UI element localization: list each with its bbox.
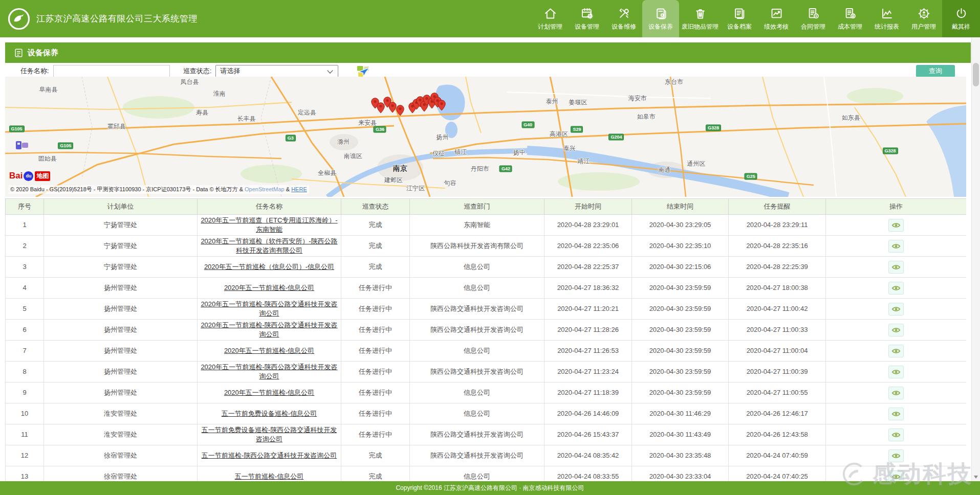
view-button[interactable]: [888, 345, 904, 357]
table-row: 12徐宿管理处五一节前巡检-陕西公路交通科技开发咨询公司完成陕西公路交通科技开发…: [6, 445, 967, 466]
nav-item-equipment-archive[interactable]: 设备档案: [721, 0, 758, 37]
eye-icon: [891, 243, 901, 250]
inspect-status: 完成: [341, 257, 410, 278]
status-select[interactable]: 请选择: [215, 65, 338, 78]
task-link[interactable]: 2020年五一节前巡检（软件西安所）-陕西公路科技开发咨询有限公司: [201, 237, 337, 254]
inspect-status: 任务进行中: [341, 320, 410, 341]
nav-item-equipment-management[interactable]: 设备管理: [569, 0, 605, 37]
task-name-input[interactable]: [53, 65, 170, 77]
inspect-dept: 东南智能: [410, 215, 545, 236]
nav-item-equipment-maintenance[interactable]: 设备保养: [642, 0, 679, 37]
map-place-label: 扬州: [436, 132, 448, 141]
view-button[interactable]: [888, 387, 904, 399]
baidu-logo-suffix: 地图: [35, 171, 50, 181]
here-link[interactable]: HERE: [291, 186, 307, 192]
nav-item-cost-management[interactable]: 成本管理: [832, 0, 868, 37]
map-place-label: 淮南: [213, 89, 226, 98]
view-button[interactable]: [888, 408, 904, 420]
road-badge: G25: [745, 173, 757, 180]
plan-unit: 扬州管理处: [44, 362, 198, 382]
nav-item-equipment-repair[interactable]: 设备维修: [605, 0, 642, 37]
row-actions: [826, 236, 967, 257]
plan-unit: 扬州管理处: [44, 299, 198, 320]
start-time: 2020-04-27 11:18:39: [545, 382, 632, 403]
scrollbar-thumb[interactable]: [973, 63, 979, 86]
table-row: 13徐宿管理处五一节前巡检-信息公司完成信息公司2020-04-24 08:33…: [6, 466, 967, 482]
view-button[interactable]: [888, 429, 904, 441]
task-link[interactable]: 2020年五一节前巡查（ETC专用道江苏海岭）-东南智能: [201, 216, 337, 233]
map-canvas: [5, 77, 966, 197]
chevron-down-icon: [328, 68, 333, 73]
task-link[interactable]: 2020年五一节前巡检-陕西公路交通科技开发咨询公司: [201, 321, 337, 338]
row-index: 2: [6, 236, 44, 257]
view-button[interactable]: [888, 261, 904, 274]
eye-icon: [891, 285, 901, 291]
view-button[interactable]: [888, 219, 904, 232]
task-link[interactable]: 2020年五一节前巡检-陕西公路交通科技开发咨询公司: [201, 300, 337, 317]
view-button[interactable]: [888, 324, 904, 336]
page: 江苏京沪高速公路有限公司三大系统管理 计划管理设备管理设备维修设备保养废旧物品管…: [0, 0, 980, 495]
map-pin-icon[interactable]: [388, 102, 397, 113]
task-name: 五一节前免费设备巡检-信息公司: [198, 403, 341, 424]
task-name: 2020年五一节前巡检-陕西公路交通科技开发咨询公司: [198, 362, 341, 382]
baidu-map[interactable]: 阜南县凤台县淮南寿县霍邱县固始县长丰县定远县来安县天长滁州南谯区全椒县南京建邺区…: [5, 77, 966, 197]
eye-icon: [891, 264, 901, 271]
task-name: 2020年五一节前巡检-信息公司: [198, 382, 341, 403]
inspect-dept: 陕西公路交通科技开发咨询公司: [410, 424, 545, 445]
task-link[interactable]: 五一节前免费设备巡检-信息公司: [222, 410, 317, 417]
nav-item-contract-management[interactable]: 合同管理: [795, 0, 832, 37]
task-link[interactable]: 五一节前巡检-陕西公路交通科技开发咨询公司: [202, 452, 337, 459]
inspect-dept: 陕西公路科技开发咨询有限公司: [410, 236, 545, 257]
nav-item-statistics-report[interactable]: 统计报表: [868, 0, 905, 37]
table-body: 1宁扬管理处2020年五一节前巡查（ETC专用道江苏海岭）-东南智能完成东南智能…: [6, 215, 967, 482]
query-button[interactable]: 查询: [916, 65, 955, 78]
end-time: 2020-04-30 23:35:48: [632, 445, 729, 466]
view-button[interactable]: [888, 240, 904, 253]
plan-unit: 淮安管理处: [44, 403, 198, 424]
vertical-scrollbar[interactable]: [971, 37, 980, 481]
task-link[interactable]: 五一节前巡检-信息公司: [235, 472, 303, 480]
map-place-label: 高港区: [550, 130, 568, 139]
view-button[interactable]: [888, 470, 904, 482]
view-button[interactable]: [888, 366, 904, 378]
map-place-label: 霍邱县: [107, 122, 126, 131]
task-link[interactable]: 2020年五一节前巡检-信息公司: [224, 284, 314, 291]
inspect-dept: 陕西公路交通科技开发咨询公司: [410, 320, 545, 341]
task-link[interactable]: 2020年五一节前巡检（信息公司）-信息公司: [204, 263, 334, 271]
nav-item-current-user[interactable]: 戴其祥: [942, 0, 980, 37]
map-pin-icon[interactable]: [396, 105, 404, 116]
baidu-logo[interactable]: Bai du 地图: [9, 171, 50, 181]
view-button[interactable]: [888, 449, 904, 462]
device-card-icon: [654, 7, 668, 20]
task-link[interactable]: 2020年五一节前巡检-信息公司: [224, 347, 314, 354]
nav-item-plan-management[interactable]: 计划管理: [532, 0, 569, 37]
task-link[interactable]: 五一节前免费设备巡检-陕西公路交通科技开发咨询公司: [202, 426, 337, 443]
row-actions: [826, 257, 967, 278]
view-button[interactable]: [888, 282, 904, 295]
row-actions: [826, 362, 967, 382]
map-place-label: 扬中: [513, 148, 526, 157]
task-remind: 2020-04-27 11:00:39: [729, 362, 826, 382]
row-actions: [826, 278, 967, 299]
scrollbar-down-arrow[interactable]: [972, 472, 980, 481]
task-link[interactable]: 2020年五一节前巡检-陕西公路交通科技开发咨询公司: [201, 363, 337, 380]
map-control-icon[interactable]: [15, 140, 29, 150]
line-chart-icon: [880, 7, 894, 20]
map-locate-icon[interactable]: [357, 64, 371, 78]
map-pin-icon[interactable]: [438, 100, 446, 111]
task-remind: 2020-04-27 11:00:42: [729, 299, 826, 320]
inspect-dept: 陕西公路交通科技开发咨询公司: [410, 362, 545, 382]
start-time: 2020-04-27 11:23:24: [545, 362, 632, 382]
nav-item-scrap-management[interactable]: 废旧物品管理: [679, 0, 721, 37]
task-link[interactable]: 2020年五一节前巡检-信息公司: [224, 389, 314, 396]
nav-item-performance-review[interactable]: 绩效考核: [758, 0, 795, 37]
task-name: 2020年五一节前巡检-陕西公路交通科技开发咨询公司: [198, 320, 341, 341]
table-row: 7扬州管理处2020年五一节前巡检-信息公司任务进行中信息公司2020-04-2…: [6, 341, 967, 362]
nav-item-user-management[interactable]: 用户管理: [905, 0, 942, 37]
task-name: 2020年五一节前巡检-信息公司: [198, 341, 341, 362]
openstreetmap-link[interactable]: OpenStreetMap: [245, 186, 285, 192]
eye-icon: [891, 348, 901, 354]
view-button[interactable]: [888, 303, 904, 316]
nav-item-label: 设备维修: [612, 22, 636, 31]
task-name: 五一节前巡检-信息公司: [198, 466, 341, 482]
